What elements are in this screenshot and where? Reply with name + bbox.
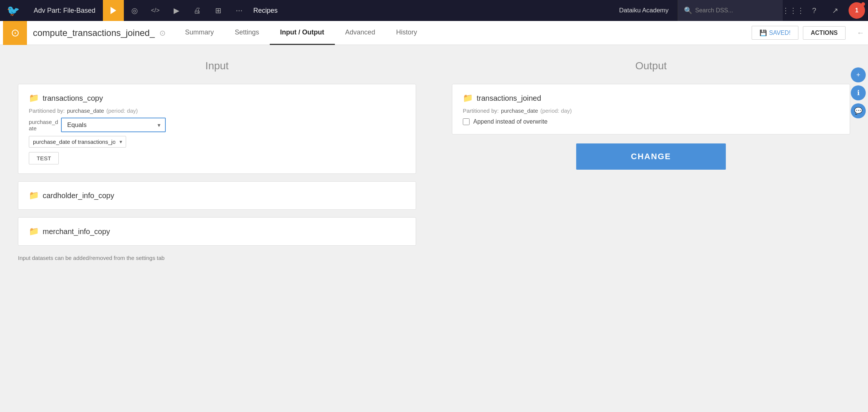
filter-operator-wrapper[interactable]: Equals Contains Between No filter xyxy=(61,118,166,132)
input-title: Input xyxy=(18,60,416,72)
info-note: Input datasets can be added/removed from… xyxy=(18,255,416,261)
back-arrow[interactable]: ← xyxy=(853,25,868,40)
sub-navbar: ⊙ compute_transactions_joined_ ⊙ Summary… xyxy=(0,21,868,45)
partition-filter-row: purchase_date Equals Contains Between No… xyxy=(29,118,405,132)
grid-icon[interactable]: ⋮⋮⋮ xyxy=(783,0,804,21)
float-add-button[interactable]: + xyxy=(851,67,866,82)
nav-play-icon[interactable]: ▶ xyxy=(166,0,187,21)
reference-select-wrapper[interactable]: purchase_date of transactions_jo xyxy=(29,136,126,148)
tab-summary[interactable]: Summary xyxy=(175,21,224,45)
search-icon: 🔍 xyxy=(684,6,692,15)
filter-operator-select[interactable]: Equals Contains Between No filter xyxy=(61,118,166,132)
dataset-card-merchant: 📁 merchant_info_copy xyxy=(18,217,416,246)
output-folder-icon: 📁 xyxy=(463,93,473,103)
project-title: Adv Part: File-Based xyxy=(26,7,103,15)
nav-right-icons: ⋮⋮⋮ ? ↗ 1 xyxy=(783,0,868,21)
saved-button[interactable]: 💾 SAVED! xyxy=(752,26,799,40)
change-button[interactable]: CHANGE xyxy=(576,143,726,170)
save-icon: 💾 xyxy=(760,29,767,36)
notification-dot xyxy=(861,2,865,6)
top-navbar: 🐦 Adv Part: File-Based ◎ </> ▶ 🖨 ⊞ ··· R… xyxy=(0,0,868,21)
recipe-title: compute_transactions_joined_ xyxy=(33,28,155,38)
output-card-transactions-joined: 📁 transactions_joined Partitioned by: pu… xyxy=(452,84,850,134)
right-float-buttons: + ℹ 💬 xyxy=(851,67,868,118)
dataset-folder-icon-2: 📁 xyxy=(29,191,39,200)
academy-label[interactable]: Dataiku Academy xyxy=(610,0,678,21)
dataset-name-merchant: 📁 merchant_info_copy xyxy=(29,227,405,236)
help-icon[interactable]: ? xyxy=(804,0,825,21)
user-badge[interactable]: 1 xyxy=(849,2,865,19)
append-label: Append instead of overwrite xyxy=(473,118,547,125)
tab-advanced[interactable]: Advanced xyxy=(335,21,386,45)
dataset-folder-icon-3: 📁 xyxy=(29,227,39,236)
dataset-name-transactions-copy: 📁 transactions_copy xyxy=(29,93,405,103)
actions-button[interactable]: ACTIONS xyxy=(803,26,846,40)
dataset-card-transactions-copy: 📁 transactions_copy Partitioned by: purc… xyxy=(18,84,416,174)
trend-icon[interactable]: ↗ xyxy=(825,0,846,21)
tab-input-output[interactable]: Input / Output xyxy=(270,21,335,45)
sync-icon: ⊙ xyxy=(159,28,166,37)
nav-more-icon[interactable]: ··· xyxy=(229,0,250,21)
output-dataset-meta: Partitioned by: purchase_date (period: d… xyxy=(463,107,839,114)
output-panel: Output 📁 transactions_joined Partitioned… xyxy=(434,45,868,412)
nav-layout-icon[interactable]: ⊞ xyxy=(208,0,229,21)
main-content: Input 📁 transactions_copy Partitioned by… xyxy=(0,45,868,412)
append-checkbox[interactable] xyxy=(463,118,470,125)
dataset-card-cardholder: 📁 cardholder_info_copy xyxy=(18,181,416,210)
nav-target-icon[interactable]: ◎ xyxy=(124,0,145,21)
recipes-label: Recipes xyxy=(253,7,278,15)
append-checkbox-row: Append instead of overwrite xyxy=(463,118,839,125)
tab-history[interactable]: History xyxy=(386,21,428,45)
dataset-name-cardholder: 📁 cardholder_info_copy xyxy=(29,191,405,200)
nav-print-icon[interactable]: 🖨 xyxy=(187,0,208,21)
input-panel: Input 📁 transactions_copy Partitioned by… xyxy=(0,45,434,412)
sub-actions: 💾 SAVED! ACTIONS xyxy=(752,26,853,40)
tab-settings[interactable]: Settings xyxy=(224,21,270,45)
sub-logo: ⊙ xyxy=(3,21,27,45)
output-dataset-name: 📁 transactions_joined xyxy=(463,93,839,103)
search-bar[interactable]: 🔍 xyxy=(678,0,783,21)
app-logo: 🐦 xyxy=(0,0,26,21)
output-title: Output xyxy=(452,60,850,72)
float-info-button[interactable]: ℹ xyxy=(851,85,866,100)
svg-marker-0 xyxy=(110,7,116,14)
nav-active-icon[interactable] xyxy=(103,0,124,21)
sub-tabs: Summary Settings Input / Output Advanced… xyxy=(175,21,752,45)
reference-select[interactable]: purchase_date of transactions_jo xyxy=(29,136,126,148)
nav-code-icon[interactable]: </> xyxy=(145,0,166,21)
search-input[interactable] xyxy=(695,7,770,14)
partition-label: purchase_date xyxy=(29,119,58,131)
dataset-meta-transactions-copy: Partitioned by: purchase_date (period: d… xyxy=(29,107,405,114)
float-chat-button[interactable]: 💬 xyxy=(851,103,866,118)
test-button[interactable]: TEST xyxy=(29,152,59,164)
dataset-folder-icon: 📁 xyxy=(29,93,39,103)
